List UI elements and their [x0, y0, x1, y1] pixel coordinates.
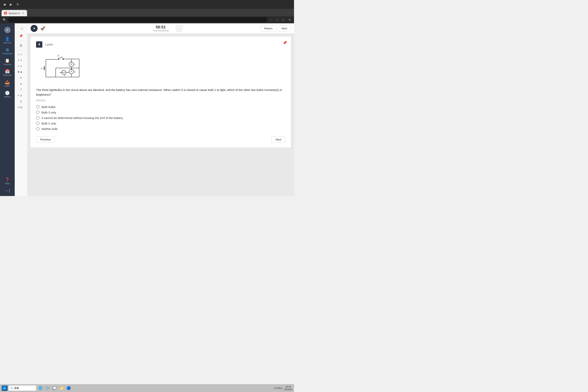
sidebar-item-inbox[interactable]: 📥 Inbox	[1, 78, 14, 88]
answer-choices: Both bulbs Bulb 3 only It cannot be dete…	[36, 105, 286, 130]
quiz-card: 4 1 point 📌 ε	[30, 37, 291, 148]
question-number-list: 1 2 3 4 5 6 7 8 9 10	[15, 52, 27, 110]
radio-b[interactable]	[36, 110, 40, 114]
back-button[interactable]: ◀	[2, 2, 7, 7]
radio-d[interactable]	[36, 122, 40, 125]
sidebar-item-courses[interactable]: 📋 Courses	[1, 57, 14, 67]
choice-d[interactable]: Bulb 2 only	[36, 122, 286, 125]
radio-a[interactable]	[36, 105, 40, 108]
account-icon: 👤	[5, 37, 10, 41]
courses-label: Courses	[3, 63, 11, 66]
previous-button[interactable]: Previous	[36, 136, 55, 143]
tab-favicon: Q	[4, 12, 7, 15]
dashboard-label: Dashboard	[2, 52, 13, 55]
more-options-button[interactable]: ⋯	[268, 17, 274, 22]
card-nav: Previous Next	[36, 136, 286, 143]
panel-collapse-button[interactable]: →|	[17, 25, 25, 32]
sidebar-item-help[interactable]: ❓ Help	[1, 176, 14, 186]
address-bar: 🔍 ⋯ ─ □ ✕	[0, 16, 294, 23]
sidebar-item-account[interactable]: 👤 Account	[1, 36, 14, 46]
timer-label: Time Remaining	[153, 30, 168, 32]
question-num-8[interactable]: 8	[18, 93, 24, 98]
collapse-icon: ←|	[5, 188, 10, 192]
address-input[interactable]	[8, 17, 267, 22]
question-num-1[interactable]: 1	[18, 52, 24, 57]
collapse-panel-button[interactable]: ‹	[176, 25, 182, 32]
calendar-icon: 📅	[5, 70, 10, 73]
nav-divider	[16, 40, 26, 41]
tab-close-button[interactable]: ✕	[22, 12, 25, 15]
sidebar-collapse-button[interactable]: ←|	[1, 187, 14, 194]
next-button-header[interactable]: Next	[278, 26, 291, 31]
svg-line-6	[59, 57, 62, 58]
timer-value: 58:51	[153, 25, 168, 30]
sidebar-logo[interactable]: ✦	[1, 25, 14, 35]
choice-a[interactable]: Both bulbs	[36, 105, 286, 108]
inbox-icon: 📥	[5, 80, 10, 84]
header-actions: Return Next	[260, 26, 291, 31]
circuit-svg: ε S	[40, 52, 83, 83]
sidebar-item-calendar[interactable]: 📅 Calendar	[1, 68, 14, 78]
panel-menu-button[interactable]: ☰	[17, 42, 25, 49]
question-header: 4 1 point	[36, 41, 286, 48]
question-num-10[interactable]: 10	[18, 104, 24, 110]
inbox-label: Inbox	[5, 85, 10, 87]
forward-button[interactable]: ▶	[8, 2, 14, 7]
pin-question-button[interactable]: 📌	[283, 40, 287, 45]
question-code: 4PCE31	[36, 99, 286, 102]
maximize-button[interactable]: □	[281, 17, 286, 22]
choice-b-label: Bulb 3 only	[42, 111, 56, 114]
header-bar: ✦ 🚀 58:51 Time Remaining ‹ Return Next	[28, 23, 294, 34]
browser-chrome: ◀ ▶ ↻	[0, 0, 294, 9]
refresh-button[interactable]: ↻	[15, 2, 20, 7]
calendar-label: Calendar	[3, 74, 12, 76]
search-icon[interactable]: 🔍	[2, 17, 7, 22]
panel-pin-button[interactable]: 📌	[17, 32, 25, 40]
question-num-5[interactable]: 5	[18, 75, 24, 80]
question-num-3[interactable]: 3	[18, 63, 24, 69]
next-button-card[interactable]: Next	[272, 136, 286, 143]
return-button[interactable]: Return	[260, 26, 276, 31]
history-label: History	[4, 96, 10, 98]
main-area: ✦ 🚀 58:51 Time Remaining ‹ Return Next 4	[28, 23, 294, 196]
app-container: ✦ 👤 Account ⊞ Dashboard 📋 Courses 📅 Cale…	[0, 23, 294, 196]
close-window-button[interactable]: ✕	[287, 17, 292, 22]
circuit-diagram: ε S	[40, 52, 286, 84]
svg-text:3: 3	[64, 74, 65, 77]
minimize-button[interactable]: ─	[274, 17, 280, 22]
question-num-7[interactable]: 7	[18, 87, 24, 92]
main-content: 4 1 point 📌 ε	[28, 34, 294, 196]
dashboard-icon: ⊞	[6, 48, 9, 52]
radio-c[interactable]	[36, 116, 40, 120]
help-label: Help	[5, 182, 10, 185]
courses-icon: 📋	[5, 58, 10, 62]
choice-c[interactable]: It cannot be determined without knowing …	[36, 116, 286, 120]
active-tab[interactable]: Q Quizzes 2 ✕	[2, 10, 27, 16]
question-num-2[interactable]: 2	[18, 58, 24, 63]
choice-e[interactable]: Neither bulb	[36, 127, 286, 130]
tab-title: Quizzes 2	[8, 12, 20, 15]
nav-panel: →| 📌 ☰ 1 2 3 4 5 6 7 8 9 10	[15, 23, 28, 196]
svg-text:ε: ε	[41, 67, 42, 70]
history-icon: 🕐	[5, 91, 10, 95]
question-num-9[interactable]: 9	[18, 98, 24, 104]
svg-point-5	[58, 58, 59, 60]
timer-display: 58:51 Time Remaining	[153, 25, 168, 32]
sidebar-item-dashboard[interactable]: ⊞ Dashboard	[1, 46, 14, 56]
app-logo: ✦	[4, 27, 10, 33]
radio-e[interactable]	[36, 127, 40, 130]
sidebar: ✦ 👤 Account ⊞ Dashboard 📋 Courses 📅 Cale…	[0, 23, 15, 196]
account-label: Account	[4, 42, 11, 44]
choice-a-label: Both bulbs	[42, 105, 56, 108]
question-num-4[interactable]: 4	[18, 69, 24, 75]
choice-d-label: Bulb 2 only	[42, 122, 56, 125]
app-logo-header: ✦	[30, 25, 38, 32]
question-num-6[interactable]: 6	[18, 81, 24, 86]
launch-button[interactable]: 🚀	[39, 25, 46, 32]
sidebar-item-history[interactable]: 🕐 History	[1, 90, 14, 99]
question-text: The three lightbulbs in the circuit abov…	[36, 88, 286, 97]
help-icon: ❓	[5, 178, 10, 182]
choice-b[interactable]: Bulb 3 only	[36, 110, 286, 114]
svg-text:2: 2	[74, 70, 76, 73]
svg-text:S: S	[58, 54, 59, 57]
